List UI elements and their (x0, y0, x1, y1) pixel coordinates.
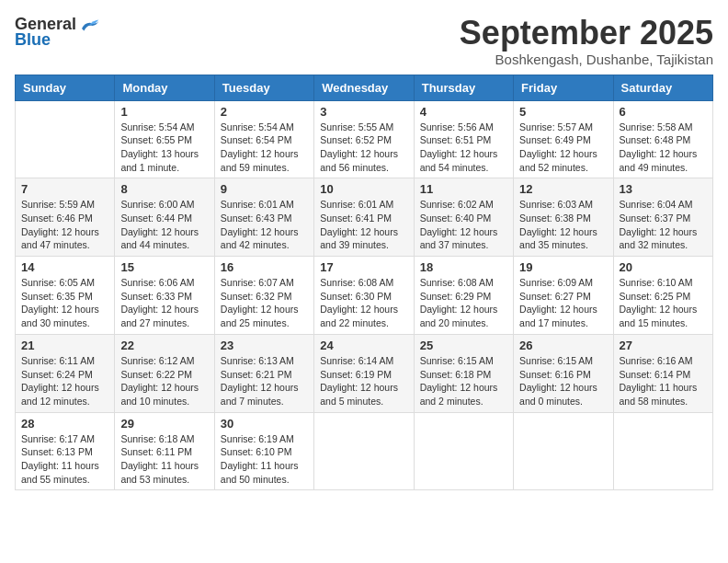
calendar-week-2: 7Sunrise: 5:59 AM Sunset: 6:46 PM Daylig… (16, 178, 713, 257)
day-number: 5 (519, 105, 607, 119)
calendar-cell: 27Sunrise: 6:16 AM Sunset: 6:14 PM Dayli… (613, 334, 712, 412)
weekday-header-saturday: Saturday (613, 75, 712, 100)
day-info: Sunrise: 6:03 AM Sunset: 6:38 PM Dayligh… (519, 198, 607, 252)
calendar-cell (613, 412, 712, 490)
day-number: 3 (320, 105, 407, 119)
page-header: General Blue September 2025 Boshkengash,… (15, 15, 713, 67)
day-number: 20 (620, 260, 707, 274)
calendar-cell: 12Sunrise: 6:03 AM Sunset: 6:38 PM Dayli… (514, 178, 613, 257)
logo-blue: Blue (15, 30, 51, 50)
day-info: Sunrise: 6:16 AM Sunset: 6:14 PM Dayligh… (620, 354, 707, 408)
day-number: 4 (420, 105, 507, 119)
weekday-header-sunday: Sunday (16, 75, 115, 100)
calendar-cell: 16Sunrise: 6:07 AM Sunset: 6:32 PM Dayli… (214, 257, 313, 335)
day-number: 25 (420, 339, 507, 352)
day-number: 6 (620, 105, 707, 119)
day-info: Sunrise: 6:12 AM Sunset: 6:22 PM Dayligh… (120, 354, 208, 408)
calendar-cell: 15Sunrise: 6:06 AM Sunset: 6:33 PM Dayli… (115, 257, 214, 335)
day-info: Sunrise: 6:08 AM Sunset: 6:29 PM Dayligh… (420, 276, 507, 330)
logo: General Blue (15, 15, 100, 50)
day-info: Sunrise: 6:05 AM Sunset: 6:35 PM Dayligh… (21, 276, 108, 330)
day-info: Sunrise: 6:19 AM Sunset: 6:10 PM Dayligh… (221, 432, 308, 487)
calendar-cell: 23Sunrise: 6:13 AM Sunset: 6:21 PM Dayli… (214, 334, 313, 412)
calendar-cell: 29Sunrise: 6:18 AM Sunset: 6:11 PM Dayli… (115, 412, 214, 490)
calendar-cell (414, 412, 513, 490)
day-info: Sunrise: 6:15 AM Sunset: 6:18 PM Dayligh… (420, 354, 507, 408)
day-number: 19 (519, 260, 607, 274)
day-info: Sunrise: 6:04 AM Sunset: 6:37 PM Dayligh… (620, 198, 707, 252)
day-info: Sunrise: 6:06 AM Sunset: 6:33 PM Dayligh… (120, 276, 208, 330)
weekday-header-friday: Friday (514, 75, 613, 100)
weekday-header-row: SundayMondayTuesdayWednesdayThursdayFrid… (16, 75, 713, 100)
day-number: 12 (519, 182, 607, 196)
day-info: Sunrise: 5:54 AM Sunset: 6:55 PM Dayligh… (120, 121, 208, 175)
day-number: 26 (519, 339, 607, 352)
calendar-cell: 13Sunrise: 6:04 AM Sunset: 6:37 PM Dayli… (613, 178, 712, 257)
calendar-cell: 1Sunrise: 5:54 AM Sunset: 6:55 PM Daylig… (115, 100, 214, 178)
day-number: 23 (221, 339, 308, 352)
calendar-cell: 6Sunrise: 5:58 AM Sunset: 6:48 PM Daylig… (613, 100, 712, 178)
day-number: 16 (221, 260, 308, 274)
day-info: Sunrise: 6:09 AM Sunset: 6:27 PM Dayligh… (519, 276, 607, 330)
calendar-cell: 2Sunrise: 5:54 AM Sunset: 6:54 PM Daylig… (214, 100, 313, 178)
day-number: 24 (320, 339, 407, 352)
calendar-cell: 11Sunrise: 6:02 AM Sunset: 6:40 PM Dayli… (414, 178, 513, 257)
day-info: Sunrise: 6:15 AM Sunset: 6:16 PM Dayligh… (519, 354, 607, 408)
weekday-header-thursday: Thursday (414, 75, 513, 100)
day-info: Sunrise: 5:55 AM Sunset: 6:52 PM Dayligh… (320, 121, 407, 175)
day-info: Sunrise: 6:13 AM Sunset: 6:21 PM Dayligh… (221, 354, 308, 408)
day-number: 30 (221, 417, 308, 431)
day-info: Sunrise: 5:56 AM Sunset: 6:51 PM Dayligh… (420, 121, 507, 175)
calendar-cell: 7Sunrise: 5:59 AM Sunset: 6:46 PM Daylig… (16, 178, 115, 257)
day-number: 14 (21, 260, 108, 274)
calendar-cell (514, 412, 613, 490)
weekday-header-monday: Monday (115, 75, 214, 100)
calendar-cell: 17Sunrise: 6:08 AM Sunset: 6:30 PM Dayli… (314, 257, 414, 335)
calendar-table: SundayMondayTuesdayWednesdayThursdayFrid… (15, 75, 713, 491)
location-subtitle: Boshkengash, Dushanbe, Tajikistan (460, 52, 713, 67)
day-number: 10 (320, 182, 407, 196)
calendar-cell: 9Sunrise: 6:01 AM Sunset: 6:43 PM Daylig… (214, 178, 313, 257)
day-info: Sunrise: 5:59 AM Sunset: 6:46 PM Dayligh… (21, 198, 108, 252)
day-number: 7 (21, 182, 108, 196)
calendar-cell: 10Sunrise: 6:01 AM Sunset: 6:41 PM Dayli… (314, 178, 414, 257)
day-number: 2 (221, 105, 308, 119)
calendar-cell: 22Sunrise: 6:12 AM Sunset: 6:22 PM Dayli… (115, 334, 214, 412)
day-info: Sunrise: 6:00 AM Sunset: 6:44 PM Dayligh… (120, 198, 208, 252)
calendar-week-3: 14Sunrise: 6:05 AM Sunset: 6:35 PM Dayli… (16, 257, 713, 335)
day-info: Sunrise: 6:01 AM Sunset: 6:43 PM Dayligh… (221, 198, 308, 252)
day-info: Sunrise: 6:01 AM Sunset: 6:41 PM Dayligh… (320, 198, 407, 252)
day-info: Sunrise: 6:10 AM Sunset: 6:25 PM Dayligh… (620, 276, 707, 330)
calendar-cell: 20Sunrise: 6:10 AM Sunset: 6:25 PM Dayli… (613, 257, 712, 335)
weekday-header-tuesday: Tuesday (214, 75, 313, 100)
day-info: Sunrise: 6:17 AM Sunset: 6:13 PM Dayligh… (21, 432, 108, 487)
calendar-cell: 5Sunrise: 5:57 AM Sunset: 6:49 PM Daylig… (514, 100, 613, 178)
day-info: Sunrise: 6:08 AM Sunset: 6:30 PM Dayligh… (320, 276, 407, 330)
month-title: September 2025 (460, 15, 713, 52)
day-number: 8 (120, 182, 208, 196)
day-info: Sunrise: 6:18 AM Sunset: 6:11 PM Dayligh… (120, 432, 208, 487)
day-info: Sunrise: 6:07 AM Sunset: 6:32 PM Dayligh… (221, 276, 308, 330)
weekday-header-wednesday: Wednesday (314, 75, 414, 100)
logo-bird-icon (78, 16, 100, 34)
calendar-cell: 4Sunrise: 5:56 AM Sunset: 6:51 PM Daylig… (414, 100, 513, 178)
day-info: Sunrise: 6:14 AM Sunset: 6:19 PM Dayligh… (320, 354, 407, 408)
calendar-week-1: 1Sunrise: 5:54 AM Sunset: 6:55 PM Daylig… (16, 100, 713, 178)
calendar-week-4: 21Sunrise: 6:11 AM Sunset: 6:24 PM Dayli… (16, 334, 713, 412)
day-info: Sunrise: 5:54 AM Sunset: 6:54 PM Dayligh… (221, 121, 308, 175)
day-number: 18 (420, 260, 507, 274)
calendar-cell: 19Sunrise: 6:09 AM Sunset: 6:27 PM Dayli… (514, 257, 613, 335)
day-number: 15 (120, 260, 208, 274)
calendar-cell: 3Sunrise: 5:55 AM Sunset: 6:52 PM Daylig… (314, 100, 414, 178)
day-number: 27 (620, 339, 707, 352)
day-info: Sunrise: 6:02 AM Sunset: 6:40 PM Dayligh… (420, 198, 507, 252)
day-info: Sunrise: 5:57 AM Sunset: 6:49 PM Dayligh… (519, 121, 607, 175)
day-info: Sunrise: 6:11 AM Sunset: 6:24 PM Dayligh… (21, 354, 108, 408)
calendar-cell: 24Sunrise: 6:14 AM Sunset: 6:19 PM Dayli… (314, 334, 414, 412)
day-number: 11 (420, 182, 507, 196)
day-number: 22 (120, 339, 208, 352)
day-number: 28 (21, 417, 108, 431)
day-info: Sunrise: 5:58 AM Sunset: 6:48 PM Dayligh… (620, 121, 707, 175)
day-number: 29 (120, 417, 208, 431)
calendar-cell: 21Sunrise: 6:11 AM Sunset: 6:24 PM Dayli… (16, 334, 115, 412)
